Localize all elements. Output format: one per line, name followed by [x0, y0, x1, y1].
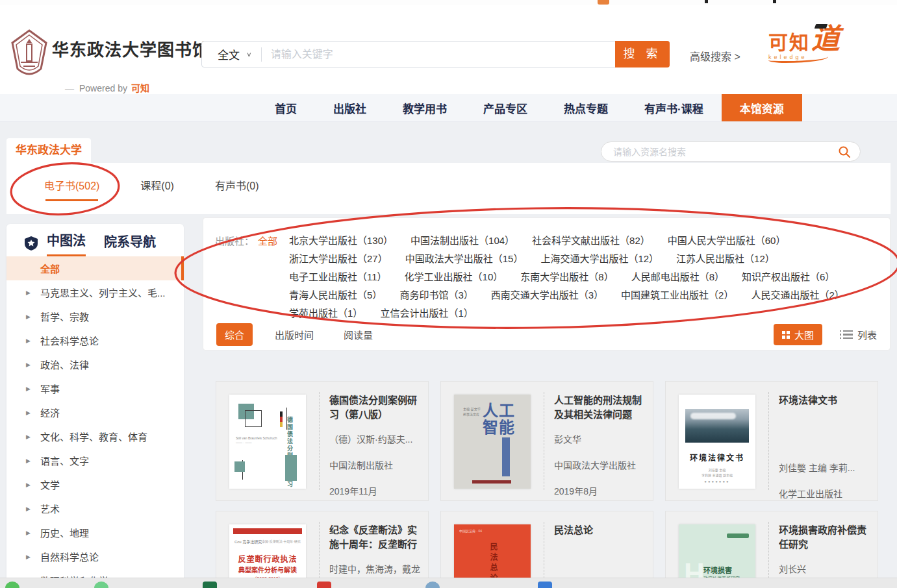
book-cover[interactable]: 环境法律文书 刘佳嫳 主编李莉婷 王谨霞 副主编 ●●●●●●● [679, 395, 755, 489]
main-search-input[interactable] [262, 42, 615, 67]
category-list: 全部▶马克思主义、列宁主义、毛...▶哲学、宗教▶社会科学总论▶政治、法律▶军事… [6, 256, 184, 578]
category-item-11[interactable]: ▶历史、地理 [6, 521, 184, 545]
category-item-13[interactable]: ▶数理科学和化学 [6, 569, 184, 578]
search-button[interactable]: 搜 索 [615, 41, 670, 67]
divider [544, 392, 544, 490]
category-item-12[interactable]: ▶自然科学总论 [6, 545, 184, 569]
sort-read-count[interactable]: 阅读量 [344, 328, 373, 341]
category-item-8[interactable]: ▶语言、文字 [6, 448, 184, 472]
powered-by-text: Powered by [79, 83, 127, 93]
sort-publish-time[interactable]: 出版时间 [275, 328, 314, 341]
keledge-logo: 可知 道 keledge [768, 27, 856, 63]
search-scope-select[interactable]: 全文 ∨ [202, 46, 261, 62]
category-item-6[interactable]: ▶经济 [6, 400, 184, 424]
publisher-filter-item-6[interactable]: 上海交通大学出版社（12） [540, 252, 659, 265]
search-scope-value: 全文 [218, 46, 240, 62]
book-cover[interactable]: 德国债法分则案例研习 Still van Braunfels Schulruch… [229, 395, 306, 489]
taskbar-icon-red[interactable] [317, 582, 331, 588]
nav-item-3[interactable]: 产品专区 [465, 94, 546, 121]
publisher-filter-item-4[interactable]: 浙江大学出版社（27） [289, 252, 388, 265]
category-item-3[interactable]: ▶社会科学总论 [6, 328, 184, 352]
tab-audiobooks[interactable]: 有声书(0) [215, 177, 259, 201]
keledge-logo-text: 可知 [768, 27, 810, 55]
taskbar-icon-excel[interactable] [203, 582, 217, 588]
tab-courses[interactable]: 课程(0) [140, 177, 174, 201]
book-title[interactable]: 环境损害政府补偿责任研究 [779, 523, 870, 552]
book-title[interactable]: 纪念《反垄断法》实施十周年：反垄断行政... [329, 523, 420, 552]
book-title[interactable]: 环境法律文书 [779, 393, 870, 422]
publisher-filter-item-5[interactable]: 中国政法大学出版社（15） [405, 252, 524, 265]
book-card[interactable]: 德国债法分则案例研习 Still van Braunfels Schulruch… [216, 381, 429, 501]
publisher-filter-item-3[interactable]: 中国人民大学出版社（60） [668, 234, 786, 247]
nav-item-2[interactable]: 教学用书 [385, 94, 465, 121]
nav-item-6[interactable]: 本馆资源 [722, 94, 802, 121]
browser-ui-fragment [773, 0, 776, 3]
category-sidebar: 中图法 院系导航 全部▶马克思主义、列宁主义、毛...▶哲学、宗教▶社会科学总论… [6, 224, 184, 578]
category-item-0[interactable]: 全部 [6, 256, 184, 280]
book-card[interactable]: 环境法律文书 刘佳嫳 主编李莉婷 王谨霞 副主编 ●●●●●●● 环境法律文书 … [665, 381, 878, 501]
book-title[interactable]: 人工智能的刑法规制及其相关法律问题 [554, 393, 645, 422]
view-grid-button[interactable]: 大图 [774, 324, 822, 345]
expand-arrow-icon: ▶ [26, 313, 31, 320]
expand-arrow-icon: ▶ [26, 482, 31, 488]
taskbar-icon-green[interactable] [94, 582, 108, 588]
taskbar-icon-green-circle[interactable] [5, 582, 19, 588]
publisher-filter-item-13[interactable]: 青海人民出版社（5） [289, 288, 382, 302]
publisher-filter-item-8[interactable]: 电子工业出版社（11） [289, 270, 387, 284]
expand-arrow-icon: ▶ [26, 530, 31, 536]
publisher-filter-item-18[interactable]: 学苑出版社（1） [289, 306, 362, 320]
publisher-filter-item-0[interactable]: 北京大学出版社（130） [289, 234, 393, 247]
view-toggle-group: 大图 列表 [774, 324, 877, 345]
taskbar-icon-blue[interactable] [538, 582, 552, 588]
graduation-cap-icon [815, 24, 828, 29]
nav-item-5[interactable]: 有声书·课程 [626, 94, 722, 121]
search-icon[interactable] [838, 145, 851, 158]
sort-comprehensive[interactable]: 综合 [216, 323, 253, 346]
category-item-5[interactable]: ▶军事 [6, 376, 184, 400]
book-author: 彭文华 [554, 432, 645, 445]
expand-arrow-icon: ▶ [26, 458, 31, 464]
browser-extension-icon[interactable] [598, 0, 609, 5]
category-item-9[interactable]: ▶文学 [6, 472, 184, 496]
nav-item-4[interactable]: 热点专题 [546, 94, 626, 121]
publisher-filter-item-7[interactable]: 江苏人民出版社（12） [676, 252, 775, 265]
publisher-filter-item-9[interactable]: 化学工业出版社（10） [405, 270, 503, 284]
publisher-filter-item-2[interactable]: 社会科学文献出版社（82） [532, 234, 650, 247]
resource-search-input[interactable] [613, 147, 838, 157]
book-card[interactable]: 主编·彭文华刑事法文库 人工智能 人工智能的刑法规制及其相关法律问题 彭文华 中… [440, 381, 653, 501]
book-card[interactable]: H 环境损害 政府补偿责任研究 环境损害政府补偿责任研究 刘长兴 [665, 511, 878, 588]
category-label: 语言、文字 [40, 454, 89, 467]
category-item-4[interactable]: ▶政治、法律 [6, 352, 184, 376]
school-tab[interactable]: 华东政法大学 [6, 138, 91, 163]
publisher-filter-all[interactable]: 全部 [258, 234, 277, 320]
nav-item-1[interactable]: 出版社 [315, 94, 385, 121]
publisher-filter-item-11[interactable]: 人民邮电出版社（8） [631, 270, 724, 284]
book-card[interactable]: Ccu 竞争法研究 中国·反垄断法·十周年·研究 反垄断行政执法 典型案件分析与… [216, 511, 429, 588]
sidebar-tab-departments[interactable]: 院系导航 [104, 232, 156, 256]
taskbar-icon-blue-circle[interactable] [425, 582, 440, 588]
category-item-10[interactable]: ▶艺术 [6, 496, 184, 521]
nav-item-0[interactable]: 首页 [257, 94, 315, 121]
book-cover[interactable]: 主编·彭文华刑事法文库 人工智能 [454, 395, 531, 489]
publisher-filter-item-15[interactable]: 西南交通大学出版社（3） [491, 288, 603, 302]
publisher-filter-item-19[interactable]: 立信会计出版社（1） [380, 306, 473, 320]
publisher-filter-item-16[interactable]: 中国建筑工业出版社（2） [621, 288, 733, 302]
publisher-filter-item-10[interactable]: 东南大学出版社（8） [520, 270, 613, 284]
list-view-icon [843, 330, 853, 339]
tab-ebooks[interactable]: 电子书(502) [44, 177, 99, 201]
category-label: 艺术 [40, 502, 60, 515]
publisher-filter-item-1[interactable]: 中国法制出版社（104） [411, 234, 514, 247]
publisher-filter-item-17[interactable]: 人民交通出版社（2） [751, 288, 844, 302]
book-title[interactable]: 德国债法分则案例研习（第八版） [329, 393, 420, 422]
view-list-button[interactable]: 列表 [843, 328, 877, 341]
view-list-label: 列表 [857, 328, 877, 341]
category-item-1[interactable]: ▶马克思主义、列宁主义、毛... [6, 280, 184, 304]
book-card[interactable]: 中国民法典 · 04 民法总论 著者 民法总论 李永军 [440, 511, 653, 588]
book-title[interactable]: 民法总论 [554, 523, 645, 552]
publisher-filter-item-12[interactable]: 知识产权出版社（6） [742, 270, 835, 284]
category-item-2[interactable]: ▶哲学、宗教 [6, 304, 184, 328]
category-item-7[interactable]: ▶文化、科学、教育、体育 [6, 424, 184, 448]
advanced-search-link[interactable]: 高级搜索 > [690, 48, 740, 64]
sidebar-tab-clc[interactable]: 中图法 [47, 230, 86, 256]
publisher-filter-item-14[interactable]: 商务印书馆（3） [399, 288, 473, 302]
